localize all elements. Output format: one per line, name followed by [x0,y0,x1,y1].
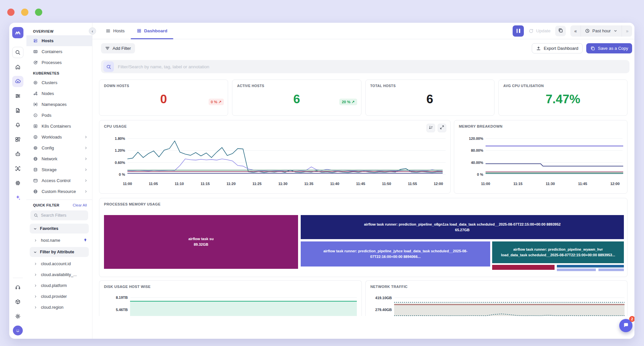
close-window-button[interactable] [7,9,15,16]
sidebar-item-nodes[interactable]: Nodes [26,88,92,99]
save-as-copy-button[interactable]: Save as a Copy [586,43,632,53]
sidebar-item-network[interactable]: Network [26,153,92,164]
filter-search-input[interactable] [118,64,627,69]
filter-attribute-cloud-availability-[interactable]: cloud.availability_... [26,269,92,280]
time-range-group: « Past hour » [570,25,632,37]
tab-hosts[interactable]: Hosts [100,23,131,39]
update-button[interactable]: Update [528,28,551,34]
chevron-right-icon [34,284,38,288]
sidebar-item-k8s-containers[interactable]: K8s Containers [26,121,92,132]
chevron-down-icon [33,250,37,254]
clear-all-link[interactable]: Clear All [73,203,87,207]
cpu-usage-title: CPU USAGE [104,124,127,128]
treemap-block-value: 89.32GB [194,242,208,247]
sort-button[interactable] [426,124,435,132]
export-dashboard-button[interactable]: Export Dashboard [532,43,583,53]
filter-attribute-cloud-provider[interactable]: cloud.provider [26,291,92,302]
memory-breakdown-chart[interactable]: 120.00%80.00%40.00%0 %11:0011:1511:3011:… [454,120,627,193]
sort-icon [428,125,433,131]
app-logo[interactable] [12,27,23,38]
add-filter-button[interactable]: Add Filter [101,43,135,53]
sidebar-item-containers[interactable]: Containers [26,46,92,57]
cpu-usage-chart[interactable]: 1.80%1.20%0.60%0 %11:0011:0511:1011:1511… [99,120,450,193]
sidebar-item-custom-resource[interactable]: Custom Resource [26,186,92,197]
processes-memory-treemap: airflow task su89.32GBairflow task runne… [104,215,624,270]
sidebar-item-storage[interactable]: Storage [26,164,92,175]
maximize-window-button[interactable] [35,9,42,16]
filter-group-favorites[interactable]: Favorites [30,224,89,234]
filter-attribute-label: cloud.region [41,305,63,310]
treemap-block-5[interactable] [492,265,555,270]
treemap-block-7[interactable] [557,268,596,271]
chevron-right-icon [34,238,38,242]
sidebar-item-processes[interactable]: Processes [26,57,92,68]
sidebar: OVERVIEWHostsContainersProcessesKUBERNET… [26,23,92,339]
treemap-block-label: airflow task su [188,236,214,242]
filter-attribute-cloud-region[interactable]: cloud.region [26,302,92,313]
rail-alerts-button[interactable] [12,119,23,131]
access-control-icon [33,178,38,183]
main-content: HostsDashboard Update « Past hour [92,23,634,339]
stat-cards-row: DOWN HOSTS00 % ↗ACTIVE HOSTS620 % ↗TOTAL… [99,79,627,116]
rail-user-sessions-button[interactable] [12,163,23,174]
rail-dashboards-button[interactable] [12,134,23,145]
rail-settings-button[interactable] [12,311,23,322]
time-back-button[interactable]: « [570,25,581,37]
rail-reports-button[interactable] [12,105,23,116]
expand-button[interactable] [438,124,446,132]
filter-group-filter-by-attribute[interactable]: Filter by Attribute [30,247,89,257]
rail-support-button[interactable] [12,282,23,293]
treemap-block-8[interactable] [598,268,624,271]
sidebar-item-pods[interactable]: Pods [26,110,92,121]
sidebar-item-label: Clusters [42,80,88,85]
sidebar-item-label: Namespaces [42,102,88,107]
rail-ai-sparkle-button[interactable] [12,192,23,203]
treemap-block-4[interactable]: airflow task runner: prediction_pipeline… [492,241,624,264]
sidebar-item-clusters[interactable]: Clusters [26,77,92,88]
pods-icon [33,113,38,118]
sidebar-item-access-control[interactable]: Access Control [26,175,92,186]
chevron-right-icon [84,135,88,139]
rail-search-button[interactable] [12,47,23,58]
rail-home-button[interactable] [12,61,23,73]
rail-divider [13,278,23,278]
svg-text:11:45: 11:45 [356,182,365,186]
sidebar-item-workloads[interactable]: Workloads [26,132,92,142]
svg-text:12:00: 12:00 [610,182,620,186]
copy-dashboard-button[interactable] [555,26,566,36]
treemap-block-2[interactable]: airflow task runner: prediction_pipeline… [300,215,624,239]
sidebar-item-hosts[interactable]: Hosts [26,35,92,46]
pause-refresh-button[interactable] [513,25,524,37]
tab-dashboard[interactable]: Dashboard [131,23,174,39]
sidebar-item-config[interactable]: Config [26,142,92,153]
network-icon [33,156,38,161]
minimize-window-button[interactable] [21,9,28,16]
svg-text:80.00%: 80.00% [471,148,484,152]
filter-attribute-cloud-account-id[interactable]: cloud.account.id [26,258,92,269]
user-avatar[interactable] [13,326,23,335]
copy-icon [558,28,563,34]
upload-icon [536,46,541,51]
sidebar-item-label: Config [42,145,80,150]
time-forward-button[interactable]: » [622,25,632,37]
rail-infrastructure-button[interactable] [12,76,23,87]
stat-card-value: 7.47% [499,92,627,106]
treemap-block-1[interactable]: airflow task su89.32GB [104,215,298,269]
treemap-block-label: airflow task runner: prediction_pipeline… [364,222,561,227]
chat-icon [623,322,629,330]
svg-text:8.19TB: 8.19TB [116,296,128,299]
treemap-block-3[interactable]: airflow task runner: prediction_pipeline… [300,241,491,267]
rail-assistant-button[interactable] [12,148,23,160]
sidebar-item-namespaces[interactable]: Namespaces [26,99,92,110]
filter-attribute-host-name[interactable]: host.name [26,235,92,246]
rail-logs-button[interactable] [12,90,23,102]
sidebar-collapse-button[interactable]: ‹ [89,27,96,35]
time-range-selector[interactable]: Past hour [581,25,622,37]
rail-packages-button[interactable] [12,296,23,307]
filter-attribute-label: cloud.account.id [41,262,71,266]
filter-attribute-cloud-platform[interactable]: cloud.platform [26,280,92,291]
icon-rail [9,23,26,339]
treemap-block-6[interactable] [557,265,624,268]
search-filters-input[interactable] [41,213,85,218]
rail-system-button[interactable] [12,177,23,189]
